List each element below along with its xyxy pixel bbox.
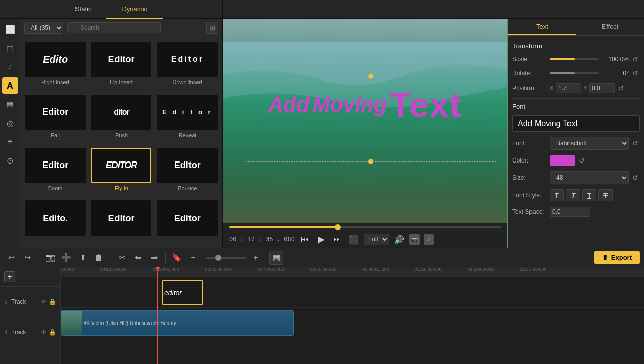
template-label-fall: Fall xyxy=(51,132,60,138)
trim-left-btn[interactable]: ⬅ xyxy=(131,251,145,265)
redo-btn[interactable]: ↪ xyxy=(20,251,34,265)
track-lock-4[interactable]: 🔒 xyxy=(49,329,56,336)
sidebar-icon-overlay[interactable]: ▤ xyxy=(2,96,18,112)
sidebar-icon-text[interactable]: A xyxy=(2,77,18,94)
template-t3[interactable]: Editor xyxy=(157,200,218,244)
sidebar-icon-filters[interactable]: ≡ xyxy=(2,134,18,150)
rotate-slider[interactable] xyxy=(550,72,599,74)
volume-btn[interactable]: 🔊 xyxy=(393,233,405,246)
italic-btn[interactable]: T xyxy=(566,189,580,201)
tab-static[interactable]: Static xyxy=(60,0,107,19)
track-visibility-5[interactable]: 👁 xyxy=(41,298,47,305)
tab-dynamic[interactable]: Dynamic xyxy=(106,0,163,19)
scale-slider[interactable] xyxy=(550,58,599,60)
step-back-btn[interactable]: ⏮ xyxy=(299,233,311,246)
sidebar-icon-media[interactable]: ◫ xyxy=(2,40,18,56)
track-visibility-4[interactable]: 👁 xyxy=(41,329,47,336)
template-right-insert[interactable]: Edito Right Insert xyxy=(24,42,86,91)
template-thumb-t3: Editor xyxy=(157,200,218,236)
center-panel: Add Moving Text 00 : 17 : 35 . 080 ⏮ ▶ ⏭… xyxy=(223,19,507,248)
template-down-insert[interactable]: Editor Down Insert xyxy=(157,42,218,91)
text-clip[interactable]: editor xyxy=(162,280,203,305)
color-swatch[interactable] xyxy=(550,155,575,166)
position-reset-btn[interactable]: ↺ xyxy=(617,84,626,93)
template-fly-in[interactable]: EDiTor Fly In xyxy=(90,148,152,197)
rotate-row: Rotate: 0° ↺ xyxy=(512,69,640,78)
sidebar-icon-stickers[interactable]: ⊙ xyxy=(2,152,18,169)
timeline-tracks-area: editor 4K Video (Ultra HD) Unbelievable … xyxy=(61,277,644,364)
screenshot-btn[interactable]: 📷 xyxy=(409,234,420,245)
progress-bar[interactable] xyxy=(229,226,501,228)
template-push[interactable]: ditor Push xyxy=(90,95,152,144)
play-btn[interactable]: ▶ xyxy=(315,233,327,246)
video-clip[interactable]: 4K Video (Ultra HD) Unbelievable Beauty xyxy=(61,310,294,336)
template-boom[interactable]: Editor Boom xyxy=(24,148,86,197)
export-btn[interactable]: ⬆ Export xyxy=(594,251,640,264)
font-section-title: Font xyxy=(512,103,640,110)
fullscreen-btn[interactable]: ⤢ xyxy=(424,234,434,245)
strikethrough-btn[interactable]: T xyxy=(598,189,613,201)
playhead[interactable] xyxy=(157,277,158,364)
panel-tabs: Static Dynamic xyxy=(0,0,223,18)
progress-knob[interactable] xyxy=(335,224,341,230)
cut-btn[interactable]: ✂ xyxy=(115,251,129,265)
font-reset-btn[interactable]: ↺ xyxy=(631,139,640,148)
extract-btn[interactable]: ⬆ xyxy=(75,251,90,265)
trim-right-btn[interactable]: ➡ xyxy=(147,251,161,265)
text-space-input[interactable] xyxy=(550,207,590,217)
bold-btn[interactable]: T xyxy=(550,189,564,201)
template-label-fly-in: Fly In xyxy=(115,185,128,191)
font-dropdown[interactable]: Bahnschrift xyxy=(550,137,629,150)
add-track-btn[interactable]: + xyxy=(4,271,15,282)
underline-btn[interactable]: T xyxy=(582,189,596,201)
thumbnail-btn[interactable]: ▦ xyxy=(269,251,283,265)
rotate-slider-fill xyxy=(550,72,575,74)
sidebar-icon-effects[interactable]: ◎ xyxy=(2,115,18,131)
template-reveal[interactable]: E d i t o r Reveal xyxy=(157,95,218,144)
size-dropdown[interactable]: 48 xyxy=(550,171,629,184)
tab-text[interactable]: Text xyxy=(508,19,576,35)
pos-x-input[interactable] xyxy=(556,83,581,93)
marker-btn[interactable]: 🔖 xyxy=(170,251,184,265)
filter-dropdown[interactable]: All (35) xyxy=(24,22,63,34)
template-fall[interactable]: Editor Fall xyxy=(24,95,86,144)
rotate-reset-btn[interactable]: ↺ xyxy=(631,69,640,78)
template-up-insert[interactable]: Editor Up Insert xyxy=(90,42,152,91)
delete-btn[interactable]: 🗑 xyxy=(92,251,106,265)
position-row: Position: X Y ↺ xyxy=(512,83,640,93)
add-media-btn[interactable]: ➕ xyxy=(59,251,73,265)
tab-effect[interactable]: Effect xyxy=(576,19,644,35)
scale-reset-btn[interactable]: ↺ xyxy=(631,55,640,64)
color-label: Color: xyxy=(512,157,548,164)
zoom-knob[interactable] xyxy=(215,255,221,261)
template-label-boom: Boom xyxy=(48,185,63,191)
toolbar-divider-1 xyxy=(39,253,39,263)
time-display: 00 : 17 : 35 . 080 xyxy=(229,236,295,243)
color-reset-btn[interactable]: ↺ xyxy=(577,156,586,165)
template-bounce[interactable]: Editor Bounce xyxy=(157,148,218,197)
snapshot-btn[interactable]: 📷 xyxy=(43,251,57,265)
scale-label: Scale: xyxy=(512,56,548,63)
font-text-input[interactable] xyxy=(512,115,640,132)
zoom-slider[interactable] xyxy=(206,257,247,259)
ruler-mark-6: 01:00:00.000 xyxy=(362,267,389,272)
preview-add: Add xyxy=(268,93,310,117)
track-number-5: 5 xyxy=(4,299,9,305)
grid-view-btn[interactable]: ⊞ xyxy=(206,22,218,34)
zoom-out-btn[interactable]: − xyxy=(186,251,200,265)
track-lock-5[interactable]: 🔒 xyxy=(49,298,56,305)
pos-y-input[interactable] xyxy=(589,83,615,93)
template-t1[interactable]: Edito. xyxy=(24,200,86,244)
sidebar-icon-audio[interactable]: ♪ xyxy=(2,59,18,75)
template-t2[interactable]: Editor xyxy=(90,200,152,244)
step-forward-btn[interactable]: ⏭ xyxy=(331,233,344,246)
quality-select[interactable]: Full xyxy=(364,234,389,245)
undo-btn[interactable]: ↩ xyxy=(4,251,18,265)
search-input[interactable] xyxy=(67,22,161,33)
stop-btn[interactable]: ⬛ xyxy=(348,233,360,246)
sidebar-icon-window[interactable]: ⬜ xyxy=(2,21,18,37)
template-thumb-bounce: Editor xyxy=(157,148,218,183)
position-label: Position: xyxy=(512,85,548,92)
size-reset-btn[interactable]: ↺ xyxy=(631,173,640,182)
zoom-in-btn[interactable]: + xyxy=(249,251,263,265)
